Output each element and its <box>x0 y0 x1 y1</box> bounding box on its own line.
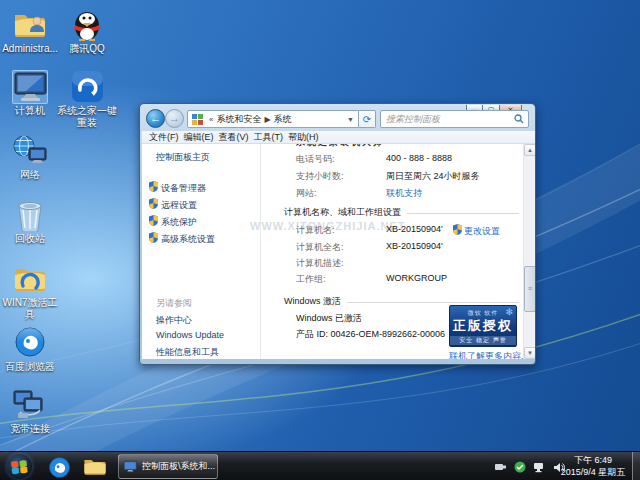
desktop-icon-label: 宽带连接 <box>2 423 58 435</box>
broadband-connection-icon <box>12 388 48 422</box>
sidebar-home-link[interactable]: 控制面板主页 <box>156 151 210 164</box>
taskbar-explorer-icon[interactable] <box>82 455 108 479</box>
desktop-icon-network[interactable]: 网络 <box>2 134 58 181</box>
address-dropdown-caret[interactable]: ▼ <box>347 116 354 123</box>
breadcrumb-item-security[interactable]: 系统和安全 <box>216 113 261 126</box>
sidebar-system-protection[interactable]: 系统保护 <box>149 215 197 229</box>
uac-shield-icon <box>453 224 462 237</box>
phone-value: 400 - 888 - 8888 <box>386 153 452 163</box>
description-label: 计算机描述: <box>296 257 344 270</box>
computer-name-label: 计算机名: <box>296 224 335 237</box>
workgroup-label: 工作组: <box>296 273 326 286</box>
window-button-icon <box>123 460 138 474</box>
workgroup-value: WORKGROUP <box>386 273 447 283</box>
product-id: 产品 ID: 00426-OEM-8992662-00006 <box>296 328 445 341</box>
computer-icon <box>12 70 48 104</box>
search-icon <box>514 110 524 128</box>
clipped-text-row: 系统之家装机大师 <box>296 144 384 148</box>
badge-star-icon: ✻ <box>505 307 513 317</box>
hours-label: 支持小时数: <box>296 170 344 183</box>
computer-name-section: 计算机名称、域和工作组设置 <box>284 206 519 219</box>
phone-label: 电话号码: <box>296 153 335 166</box>
search-placeholder: 搜索控制面板 <box>386 113 440 126</box>
desktop-icon-qq[interactable]: 腾讯QQ <box>56 8 118 55</box>
desktop-icon-broadband[interactable]: 宽带连接 <box>2 388 58 435</box>
full-name-label: 计算机全名: <box>296 241 344 254</box>
breadcrumb-chevron[interactable]: « <box>209 115 213 124</box>
back-button[interactable]: ← <box>146 109 165 128</box>
desktop-icon-administrator[interactable]: Administra... <box>2 8 58 55</box>
desktop-icon-win7-activator[interactable]: WIN7激活工具 <box>2 262 58 321</box>
taskbar: 控制面板\系统和... 下午 6:49 2015/9/4 星期五 <box>0 451 640 480</box>
desktop-icon-recycle-bin[interactable]: 回收站 <box>2 198 58 245</box>
menu-tools[interactable]: 工具(T) <box>254 131 284 144</box>
baidu-browser-icon <box>12 326 48 360</box>
breadcrumb-arrow-icon: ▶ <box>264 115 270 124</box>
breadcrumb-item-system[interactable]: 系统 <box>274 113 292 126</box>
control-panel-icon <box>192 114 203 125</box>
window-content: 控制面板主页 设备管理器 远程设置 系统保护 高级系统设置 另请参阅 操作中心 … <box>142 144 535 359</box>
address-bar[interactable]: « 系统和安全 ▶ 系统 ▼ <box>187 110 359 128</box>
refresh-button[interactable]: ⟳ <box>359 110 376 128</box>
genuine-badge[interactable]: ✻ 微软 软件 正版授权 安全 稳定 声誉 <box>449 305 517 347</box>
computer-name-value: XB-20150904' <box>386 224 443 234</box>
sidebar-device-manager[interactable]: 设备管理器 <box>149 181 206 195</box>
online-support-link[interactable]: 联机支持 <box>386 187 422 200</box>
sidebar-performance-tools[interactable]: 性能信息和工具 <box>156 346 219 359</box>
forward-button[interactable]: → <box>165 109 184 128</box>
sidebar-advanced-settings[interactable]: 高级系统设置 <box>149 232 215 246</box>
start-button[interactable] <box>7 454 32 479</box>
clock-time: 下午 6:49 <box>554 454 632 466</box>
network-icon <box>12 134 48 168</box>
clock-date: 2015/9/4 星期五 <box>554 466 632 478</box>
win7-activator-icon <box>12 262 48 296</box>
sidebar-windows-update[interactable]: Windows Update <box>156 330 224 340</box>
taskbar-browser-icon[interactable] <box>46 455 72 479</box>
system-window: ▬ ▢ ✕ ← → « 系统和安全 ▶ 系统 ▼ ⟳ 搜索控制面板 文件(F) … <box>139 103 536 365</box>
desktop-icon-baidu-browser[interactable]: 百度浏览器 <box>2 326 58 373</box>
search-box[interactable]: 搜索控制面板 <box>380 110 529 128</box>
uac-shield-icon <box>149 181 158 194</box>
sidebar-remote-settings[interactable]: 远程设置 <box>149 198 197 212</box>
uac-shield-icon <box>149 215 158 228</box>
menu-file[interactable]: 文件(F) <box>149 131 179 144</box>
scrollbar[interactable]: ▲ ≡ ▼ <box>523 144 535 359</box>
scroll-down-arrow[interactable]: ▼ <box>524 347 535 359</box>
desktop-icon-label: 网络 <box>2 169 58 181</box>
desktop-icon-label: 回收站 <box>2 233 58 245</box>
scroll-up-arrow[interactable]: ▲ <box>524 144 535 156</box>
menu-edit[interactable]: 编辑(E) <box>184 131 214 144</box>
uac-shield-icon <box>149 232 158 245</box>
scroll-thumb[interactable]: ≡ <box>524 266 535 312</box>
menu-bar: 文件(F) 编辑(E) 查看(V) 工具(T) 帮助(H) <box>142 131 535 144</box>
taskbar-clock[interactable]: 下午 6:49 2015/9/4 星期五 <box>554 454 632 478</box>
menu-help[interactable]: 帮助(H) <box>288 131 319 144</box>
uac-shield-icon <box>149 198 158 211</box>
desktop-icon-label: 计算机 <box>2 105 58 117</box>
desktop-icon-label: 系统之家一键重装 <box>56 105 118 129</box>
change-settings-link[interactable]: 更改设置 <box>453 224 500 238</box>
desktop-icon-computer[interactable]: 计算机 <box>2 70 58 117</box>
navigation-bar: ← → « 系统和安全 ▶ 系统 ▼ ⟳ 搜索控制面板 <box>140 109 535 129</box>
menu-view[interactable]: 查看(V) <box>219 131 249 144</box>
administrator-folder-icon <box>12 8 48 42</box>
sidebar-see-also-header: 另请参阅 <box>156 297 192 310</box>
website-label: 网站: <box>296 187 317 200</box>
full-name-value: XB-20150904' <box>386 241 443 251</box>
desktop-icon-label: 腾讯QQ <box>56 43 118 55</box>
hours-value: 周日至周六 24小时服务 <box>386 170 480 183</box>
security-check-icon[interactable] <box>514 461 526 473</box>
recycle-bin-icon <box>12 198 48 232</box>
desktop-icon-xitongzhijia[interactable]: 系统之家一键重装 <box>56 70 118 129</box>
network-tray-icon[interactable] <box>533 462 546 473</box>
activation-status: Windows 已激活 <box>296 312 362 325</box>
sidebar: 控制面板主页 设备管理器 远程设置 系统保护 高级系统设置 另请参阅 操作中心 … <box>142 144 261 359</box>
sidebar-action-center[interactable]: 操作中心 <box>156 314 192 327</box>
show-desktop-button[interactable] <box>632 452 640 480</box>
desktop-icon-label: WIN7激活工具 <box>2 297 58 321</box>
taskbar-window-button[interactable]: 控制面板\系统和... <box>118 454 218 479</box>
learn-more-link[interactable]: 联机了解更多内容... <box>449 350 529 359</box>
desktop-icon-label: 百度浏览器 <box>2 361 58 373</box>
usb-icon[interactable] <box>494 462 507 472</box>
desktop-icon-label: Administra... <box>2 43 58 55</box>
